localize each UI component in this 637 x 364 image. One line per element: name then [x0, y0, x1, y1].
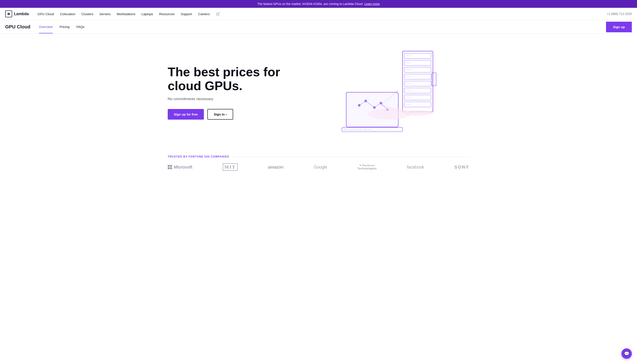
hero-section: The best prices for cloud GPUs. No commi…	[162, 34, 474, 146]
raytheon-wrap: ✦ Raytheon Technologies	[358, 164, 377, 170]
top-nav: ⊠ Lambda GPU Cloud Colocation Clusters S…	[0, 8, 637, 20]
sony-logo: SONY	[454, 165, 469, 170]
nav-laptops[interactable]: Laptops	[142, 12, 153, 16]
raytheon-logo: ✦ Raytheon Technologies	[358, 164, 377, 170]
sub-nav: GPU Cloud Overview Pricing FAQs Sign up	[0, 20, 637, 34]
logo-link[interactable]: ⊠ Lambda	[5, 10, 29, 17]
logo-icon: ⊠	[5, 10, 12, 17]
nav-servers[interactable]: Servers	[100, 12, 111, 16]
announcement-link[interactable]: Learn more	[364, 2, 380, 6]
gpu-cloud-illustration	[338, 47, 450, 138]
subnav-faqs[interactable]: FAQs	[76, 20, 84, 33]
sub-nav-right: Sign up	[606, 22, 632, 32]
cart-icon[interactable]: 🛒	[216, 12, 220, 16]
amazon-logo: amazon	[268, 165, 284, 170]
svg-rect-37	[358, 128, 362, 130]
subnav-overview[interactable]: Overview	[39, 20, 53, 33]
microsoft-grid-icon	[168, 165, 172, 169]
google-logo: Google	[314, 165, 327, 170]
raytheon-bottom-text: Technologies	[358, 167, 377, 170]
hero-subtitle: No commitments necessary.	[168, 97, 310, 101]
svg-rect-39	[368, 128, 372, 130]
nav-careers[interactable]: Careers	[198, 12, 210, 16]
microsoft-logo: Microsoft	[168, 165, 192, 170]
svg-rect-38	[363, 128, 367, 130]
microsoft-name: Microsoft	[174, 165, 192, 170]
nav-clusters[interactable]: Clusters	[82, 12, 94, 16]
nav-colocation[interactable]: Colocation	[60, 12, 76, 16]
svg-rect-35	[349, 128, 353, 130]
mit-text: MIT	[223, 163, 238, 171]
signup-free-button[interactable]: Sign up for free	[168, 109, 204, 120]
mit-logo: MIT	[223, 163, 238, 171]
trusted-logos: Microsoft MIT amazon Google ✦ Raytheon T…	[168, 163, 469, 171]
nav-support[interactable]: Support	[181, 12, 192, 16]
amazon-text: amazon	[268, 165, 284, 170]
nav-gpu-cloud[interactable]: GPU Cloud	[38, 12, 54, 16]
hero-content: The best prices for cloud GPUs. No commi…	[168, 65, 318, 120]
svg-rect-17	[432, 73, 436, 86]
hero-illustration	[318, 47, 469, 138]
nav-links: GPU Cloud Colocation Clusters Servers Wo…	[38, 12, 607, 16]
google-text: Google	[314, 165, 327, 170]
sony-text: SONY	[454, 165, 469, 170]
trusted-section: TRUSTED BY FORTUNE 500 COMPANIES Microso…	[162, 146, 474, 184]
nav-workstations[interactable]: Workstations	[116, 12, 135, 16]
announcement-text: The fastest GPUs on the market, NVIDIA H…	[258, 2, 363, 6]
raytheon-top-text: ✦ Raytheon	[359, 164, 375, 167]
facebook-logo: facebook	[407, 165, 424, 170]
hero-buttons: Sign up for free Sign in ›	[168, 109, 310, 120]
svg-rect-36	[354, 128, 358, 130]
facebook-text: facebook	[407, 165, 424, 170]
phone-number: +1 (866) 711-2025	[607, 12, 632, 16]
sub-nav-links: Overview Pricing FAQs	[39, 20, 84, 33]
svg-rect-33	[342, 130, 402, 132]
signup-button[interactable]: Sign up	[606, 22, 632, 32]
nav-resources[interactable]: Resources	[159, 12, 175, 16]
trusted-label: TRUSTED BY FORTUNE 500 COMPANIES	[168, 155, 469, 158]
logo-name: Lambda	[14, 12, 29, 16]
svg-rect-34	[344, 128, 348, 130]
announcement-bar: The fastest GPUs on the market, NVIDIA H…	[0, 0, 637, 8]
svg-point-40	[368, 108, 411, 120]
subnav-pricing[interactable]: Pricing	[60, 20, 70, 33]
hero-title: The best prices for cloud GPUs.	[168, 65, 310, 93]
sub-nav-title: GPU Cloud	[5, 20, 30, 34]
signin-button[interactable]: Sign in ›	[207, 109, 233, 120]
